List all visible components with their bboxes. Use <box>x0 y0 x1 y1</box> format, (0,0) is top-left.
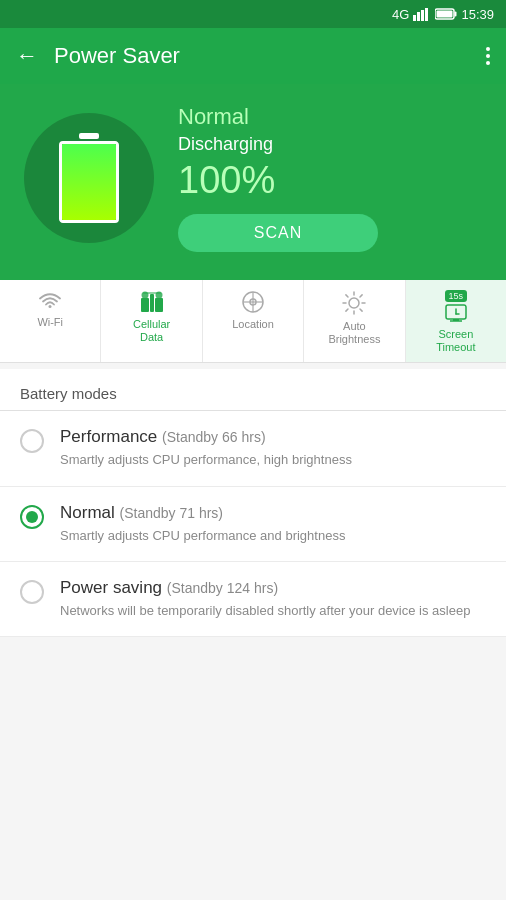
performance-mode-title: Performance (Standby 66 hrs) <box>60 427 486 447</box>
more-options-button[interactable] <box>486 47 490 65</box>
power-saving-mode-desc: Networks will be temporarily disabled sh… <box>60 602 486 620</box>
battery-body <box>59 141 119 223</box>
radio-inner-selected <box>26 511 38 523</box>
status-icons: 4G 15:39 <box>392 7 494 22</box>
battery-top-cap <box>79 133 99 139</box>
performance-standby: (Standby 66 hrs) <box>162 429 266 445</box>
power-saving-standby: (Standby 124 hrs) <box>167 580 278 596</box>
status-bar: 4G 15:39 <box>0 0 506 28</box>
brightness-label: AutoBrightness <box>328 320 380 346</box>
normal-mode-content: Normal (Standby 71 hrs) Smartly adjusts … <box>60 503 486 545</box>
svg-rect-0 <box>413 15 416 21</box>
svg-rect-7 <box>141 298 149 312</box>
battery-circle <box>24 113 154 243</box>
wifi-icon <box>37 290 63 312</box>
location-icon <box>241 290 265 314</box>
screen-timeout-icon-area: 15s <box>445 290 468 324</box>
location-label: Location <box>232 318 274 331</box>
power-saving-radio[interactable] <box>20 580 44 604</box>
back-button[interactable]: ← <box>16 43 38 69</box>
cellular-label: CellularData <box>133 318 170 344</box>
battery-mode-label: Normal <box>178 104 378 130</box>
svg-line-25 <box>360 295 362 297</box>
wifi-action[interactable]: Wi-Fi <box>0 280 101 362</box>
power-saving-mode-title: Power saving (Standby 124 hrs) <box>60 578 486 598</box>
brightness-icon <box>341 290 367 316</box>
modes-header: Battery modes <box>0 369 506 411</box>
battery-icon <box>59 133 119 223</box>
svg-rect-5 <box>455 12 457 17</box>
performance-mode-content: Performance (Standby 66 hrs) Smartly adj… <box>60 427 486 469</box>
svg-rect-1 <box>417 12 420 21</box>
wifi-label: Wi-Fi <box>37 316 63 329</box>
screen-timeout-action[interactable]: 15s ScreenTimeout <box>406 280 506 362</box>
battery-percent-label: 100% <box>178 159 378 202</box>
svg-point-17 <box>349 298 359 308</box>
brightness-action[interactable]: AutoBrightness <box>304 280 405 362</box>
performance-mode-item[interactable]: Performance (Standby 66 hrs) Smartly adj… <box>0 411 506 486</box>
normal-mode-item[interactable]: Normal (Standby 71 hrs) Smartly adjusts … <box>0 487 506 562</box>
header-left: ← Power Saver <box>16 43 180 69</box>
svg-rect-9 <box>155 298 163 312</box>
svg-line-22 <box>346 295 348 297</box>
svg-rect-2 <box>421 10 424 21</box>
svg-rect-8 <box>150 294 154 312</box>
modes-section: Battery modes Performance (Standby 66 hr… <box>0 369 506 637</box>
cellular-icon <box>139 290 165 314</box>
screen-timeout-label: ScreenTimeout <box>436 328 475 354</box>
svg-line-24 <box>346 309 348 311</box>
more-dot-1 <box>486 47 490 51</box>
screen-timeout-icon <box>445 304 467 324</box>
normal-radio[interactable] <box>20 505 44 529</box>
svg-line-23 <box>360 309 362 311</box>
normal-mode-desc: Smartly adjusts CPU performance and brig… <box>60 527 486 545</box>
quick-actions-bar: Wi-Fi CellularData Location <box>0 280 506 363</box>
power-saving-mode-item[interactable]: Power saving (Standby 124 hrs) Networks … <box>0 562 506 637</box>
svg-point-11 <box>141 292 148 299</box>
svg-point-12 <box>155 292 162 299</box>
svg-rect-6 <box>437 11 453 18</box>
performance-mode-desc: Smartly adjusts CPU performance, high br… <box>60 451 486 469</box>
power-saving-mode-content: Power saving (Standby 124 hrs) Networks … <box>60 578 486 620</box>
cellular-action[interactable]: CellularData <box>101 280 202 362</box>
battery-section: Normal Discharging 100% SCAN <box>0 84 506 280</box>
more-dot-2 <box>486 54 490 58</box>
signal-icon <box>413 7 431 21</box>
normal-standby: (Standby 71 hrs) <box>120 505 224 521</box>
svg-rect-3 <box>425 8 428 21</box>
battery-fill <box>62 144 116 220</box>
time-label: 15:39 <box>461 7 494 22</box>
battery-info: Normal Discharging 100% SCAN <box>178 104 378 252</box>
network-type-label: 4G <box>392 7 409 22</box>
location-action[interactable]: Location <box>203 280 304 362</box>
timeout-badge: 15s <box>445 290 468 302</box>
more-dot-3 <box>486 61 490 65</box>
battery-status-icon <box>435 8 457 20</box>
page-title: Power Saver <box>54 43 180 69</box>
battery-discharging-label: Discharging <box>178 134 378 155</box>
performance-radio[interactable] <box>20 429 44 453</box>
app-header: ← Power Saver <box>0 28 506 84</box>
normal-mode-title: Normal (Standby 71 hrs) <box>60 503 486 523</box>
scan-button[interactable]: SCAN <box>178 214 378 252</box>
